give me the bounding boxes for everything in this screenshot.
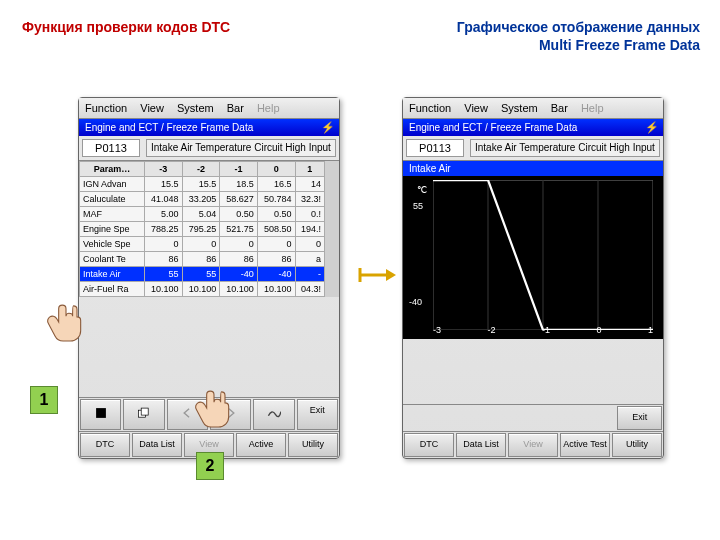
param-value: 18.5 bbox=[220, 177, 258, 192]
btn-view-bottom-r[interactable]: View bbox=[508, 433, 558, 457]
menu-function[interactable]: Function bbox=[85, 102, 127, 114]
table-row[interactable]: Air-Fuel Ra10.10010.10010.10010.10004.3! bbox=[80, 282, 325, 297]
col--1[interactable]: -1 bbox=[220, 162, 258, 177]
freeze-frame-table: Param… -3 -2 -1 0 1 IGN Advan15.515.518.… bbox=[79, 161, 325, 297]
badge-1: 1 bbox=[30, 386, 58, 414]
menu-bar[interactable]: Bar bbox=[227, 102, 244, 114]
menu-system[interactable]: System bbox=[177, 102, 214, 114]
hand-icon-2 bbox=[192, 386, 236, 430]
param-value: 5.04 bbox=[182, 207, 220, 222]
param-value: 86 bbox=[220, 252, 258, 267]
param-value: 33.205 bbox=[182, 192, 220, 207]
param-value: 0.50 bbox=[257, 207, 295, 222]
btn-exit-r[interactable]: Exit bbox=[617, 406, 662, 430]
scrollbar[interactable] bbox=[325, 161, 339, 297]
col--2[interactable]: -2 bbox=[182, 162, 220, 177]
btn-data-list-r[interactable]: Data List bbox=[456, 433, 506, 457]
section-header-label-r: Engine and ECT / Freeze Frame Data bbox=[409, 122, 577, 133]
param-value: 508.50 bbox=[257, 222, 295, 237]
col-1[interactable]: 1 bbox=[295, 162, 325, 177]
table-row[interactable]: Vehicle Spe00000 bbox=[80, 237, 325, 252]
param-value: - bbox=[295, 267, 325, 282]
btn-active-r[interactable]: Active Test bbox=[560, 433, 610, 457]
table-row[interactable]: Engine Spe788.25795.25521.75508.50194.! bbox=[80, 222, 325, 237]
param-name: Caluculate bbox=[80, 192, 145, 207]
table-row[interactable]: Coolant Te86868686a bbox=[80, 252, 325, 267]
param-value: 0 bbox=[295, 237, 325, 252]
dtc-desc-r: Intake Air Temperature Circuit High Inpu… bbox=[470, 139, 660, 157]
param-name: Vehicle Spe bbox=[80, 237, 145, 252]
xtick--3: -3 bbox=[433, 325, 441, 335]
dtc-desc: Intake Air Temperature Circuit High Inpu… bbox=[146, 139, 336, 157]
menu-view-r[interactable]: View bbox=[464, 102, 488, 114]
param-name: Intake Air bbox=[80, 267, 145, 282]
param-value: 15.5 bbox=[182, 177, 220, 192]
dtc-code-row-r: P0113 Intake Air Temperature Circuit Hig… bbox=[403, 136, 663, 161]
param-value: -40 bbox=[257, 267, 295, 282]
param-value: 10.100 bbox=[257, 282, 295, 297]
param-value: 55 bbox=[182, 267, 220, 282]
table-row[interactable]: Caluculate41.04833.20558.62750.78432.3! bbox=[80, 192, 325, 207]
xtick-0: 0 bbox=[596, 325, 601, 335]
dtc-code: P0113 bbox=[82, 139, 140, 157]
table-row[interactable]: MAF5.005.040.500.500.! bbox=[80, 207, 325, 222]
btn-dtc[interactable]: DTC bbox=[80, 433, 130, 457]
svg-rect-0 bbox=[96, 408, 106, 418]
btn-exit[interactable]: Exit bbox=[297, 399, 338, 430]
param-value: 86 bbox=[145, 252, 183, 267]
menu-bar-r[interactable]: Bar bbox=[551, 102, 568, 114]
section-header-label: Engine and ECT / Freeze Frame Data bbox=[85, 122, 253, 133]
title-left: Функция проверки кодов DTC bbox=[22, 18, 230, 36]
device-right: Function View System Bar Help Engine and… bbox=[402, 97, 664, 459]
arrow-icon bbox=[358, 265, 396, 285]
menu-view[interactable]: View bbox=[140, 102, 164, 114]
param-value: 10.100 bbox=[220, 282, 258, 297]
menu-function-r[interactable]: Function bbox=[409, 102, 451, 114]
param-name: Coolant Te bbox=[80, 252, 145, 267]
param-value: 795.25 bbox=[182, 222, 220, 237]
param-name: Air-Fuel Ra bbox=[80, 282, 145, 297]
param-value: 194.! bbox=[295, 222, 325, 237]
menu-help[interactable]: Help bbox=[257, 102, 280, 114]
graph-unit: ℃ bbox=[417, 185, 427, 195]
graph-title: Intake Air bbox=[403, 161, 663, 176]
btn-active[interactable]: Active bbox=[236, 433, 286, 457]
menu-system-r[interactable]: System bbox=[501, 102, 538, 114]
param-value: 41.048 bbox=[145, 192, 183, 207]
btn-data-list[interactable]: Data List bbox=[132, 433, 182, 457]
col-param[interactable]: Param… bbox=[80, 162, 145, 177]
btn-view-multi[interactable] bbox=[123, 399, 164, 430]
param-value: 788.25 bbox=[145, 222, 183, 237]
bolt-icon-r: ⚡ bbox=[645, 121, 659, 134]
title-right: Графическое отображение данных Multi Fre… bbox=[440, 18, 700, 54]
param-value: 15.5 bbox=[145, 177, 183, 192]
dtc-code-row: P0113 Intake Air Temperature Circuit Hig… bbox=[79, 136, 339, 161]
table-row[interactable]: Intake Air5555-40-40- bbox=[80, 267, 325, 282]
table-row[interactable]: IGN Advan15.515.518.516.514 bbox=[80, 177, 325, 192]
param-value: 5.00 bbox=[145, 207, 183, 222]
col-0[interactable]: 0 bbox=[257, 162, 295, 177]
btn-graph[interactable] bbox=[253, 399, 294, 430]
graph-canvas bbox=[433, 180, 653, 330]
menu-help-r[interactable]: Help bbox=[581, 102, 604, 114]
section-header-left: Engine and ECT / Freeze Frame Data ⚡ bbox=[79, 119, 339, 136]
param-value: a bbox=[295, 252, 325, 267]
param-value: 0 bbox=[145, 237, 183, 252]
param-value: 0.! bbox=[295, 207, 325, 222]
col--3[interactable]: -3 bbox=[145, 162, 183, 177]
btn-view-single[interactable] bbox=[80, 399, 121, 430]
param-value: 0 bbox=[182, 237, 220, 252]
dtc-code-r: P0113 bbox=[406, 139, 464, 157]
toolbar-right: Exit DTC Data List View Active Test Util… bbox=[403, 404, 663, 458]
hand-icon-1 bbox=[44, 300, 88, 344]
btn-dtc-r[interactable]: DTC bbox=[404, 433, 454, 457]
param-value: 04.3! bbox=[295, 282, 325, 297]
btn-utility-r[interactable]: Utility bbox=[612, 433, 662, 457]
xtick-1: 1 bbox=[648, 325, 653, 335]
param-value: 10.100 bbox=[182, 282, 220, 297]
param-value: 55 bbox=[145, 267, 183, 282]
param-value: 10.100 bbox=[145, 282, 183, 297]
param-value: 16.5 bbox=[257, 177, 295, 192]
btn-utility[interactable]: Utility bbox=[288, 433, 338, 457]
param-value: 14 bbox=[295, 177, 325, 192]
